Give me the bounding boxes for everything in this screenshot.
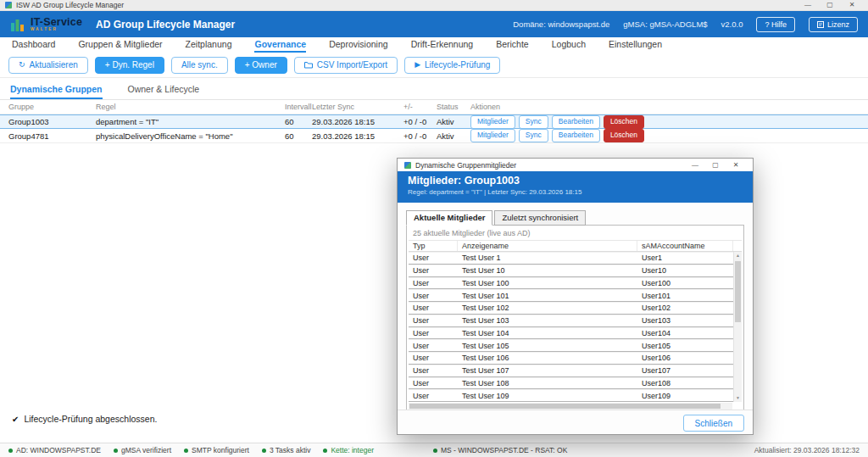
- add-owner-button[interactable]: + Owner: [235, 57, 287, 74]
- close-icon[interactable]: ✕: [841, 0, 863, 10]
- status-item: 3 Tasks aktiv: [262, 446, 311, 454]
- refresh-icon: ↻: [19, 61, 25, 69]
- member-display-name: Test User 100: [458, 279, 637, 287]
- member-column-header: Typ: [409, 241, 458, 251]
- nav-tab[interactable]: Zeitplanung: [186, 37, 232, 53]
- member-row[interactable]: User Test User 107 User107: [409, 365, 733, 377]
- status-item: SMTP konfiguriert: [184, 446, 249, 454]
- nav-tab[interactable]: Logbuch: [552, 37, 586, 53]
- group-last-sync: 29.03.2026 18:15: [312, 131, 403, 141]
- nav-tab[interactable]: Berichte: [496, 37, 529, 53]
- edit-button[interactable]: Bearbeiten: [552, 115, 600, 129]
- members-button[interactable]: Mitglieder: [470, 129, 515, 142]
- refresh-button[interactable]: ↻Aktualisieren: [8, 57, 88, 74]
- add-dyn-rule-button[interactable]: + Dyn. Regel: [95, 57, 164, 74]
- csv-import-export-button[interactable]: CSV Import/Export: [294, 57, 398, 74]
- group-interval: 60: [285, 131, 312, 141]
- help-button[interactable]: ? Hilfe: [756, 17, 795, 32]
- group-name: Group4781: [8, 131, 96, 141]
- sub-tab[interactable]: Owner & Lifecycle: [128, 84, 200, 99]
- member-row[interactable]: User Test User 108 User108: [409, 377, 733, 390]
- member-display-name: Test User 109: [458, 392, 637, 400]
- scroll-up-icon[interactable]: ▲: [734, 252, 742, 259]
- dialog-close-icon[interactable]: ✕: [726, 160, 746, 170]
- nav-tab[interactable]: Dashboard: [12, 37, 55, 53]
- member-row[interactable]: User Test User 101 User101: [409, 289, 733, 302]
- nav-tab[interactable]: Drift-Erkennung: [411, 37, 474, 53]
- status-item: Kette: integer: [323, 446, 374, 454]
- logo-icon: [10, 17, 25, 32]
- maximize-icon[interactable]: ▢: [819, 0, 841, 10]
- member-row[interactable]: User Test User 104 User104: [409, 327, 733, 340]
- column-header: Regel: [96, 103, 285, 111]
- member-sam-account: User100: [637, 279, 733, 287]
- dialog-maximize-icon[interactable]: ▢: [705, 160, 726, 170]
- lifecycle-check-button[interactable]: ▶Lifecycle-Prüfung: [404, 57, 500, 74]
- table-row[interactable]: Group1003 department = "IT" 60 29.03.202…: [0, 114, 868, 129]
- member-list-header: TypAnzeigenamesAMAccountName: [409, 240, 742, 252]
- dialog-titlebar: Dynamische Gruppenmitglieder — ▢ ✕: [398, 159, 753, 171]
- nav-tab[interactable]: Governance: [254, 37, 306, 53]
- dialog-minimize-icon[interactable]: —: [685, 160, 705, 170]
- gmsa-label: gMSA: gMSA-ADGLM$: [623, 20, 707, 29]
- nav-tab[interactable]: Gruppen & Mitglieder: [78, 37, 162, 53]
- member-row[interactable]: User Test User 1 User1: [409, 252, 733, 265]
- vertical-scrollbar[interactable]: ▲ ▼: [733, 252, 742, 402]
- status-dot-icon: [114, 449, 118, 453]
- page-title: AD Group Lifecycle Manager: [96, 19, 235, 31]
- group-rule: physicalDeliveryOfficeName = "Home": [96, 131, 285, 141]
- group-delta: +0 / -0: [403, 131, 437, 141]
- member-row[interactable]: User Test User 102 User102: [409, 302, 733, 315]
- table-header: GruppeRegelIntervallLetzter Sync+/-Statu…: [0, 100, 868, 114]
- sync-button[interactable]: Sync: [519, 129, 548, 142]
- member-list: TypAnzeigenamesAMAccountName User Test U…: [409, 240, 742, 403]
- member-display-name: Test User 101: [458, 292, 637, 300]
- member-sam-account: User108: [637, 379, 733, 387]
- table-row[interactable]: Group4781 physicalDeliveryOfficeName = "…: [0, 129, 868, 143]
- sync-button[interactable]: Sync: [519, 115, 548, 129]
- member-sam-account: User109: [637, 392, 733, 400]
- sub-tab[interactable]: Dynamische Gruppen: [10, 84, 103, 99]
- dialog-tab[interactable]: Aktuelle Mitglieder: [406, 210, 492, 226]
- dialog-subtitle: Regel: department = "IT" | Letzter Sync:…: [408, 188, 743, 196]
- horizontal-scrollbar[interactable]: [409, 403, 732, 410]
- member-row[interactable]: User Test User 100 User100: [409, 277, 733, 290]
- member-row[interactable]: User Test User 105 User105: [409, 339, 733, 352]
- member-row[interactable]: User Test User 106 User106: [409, 352, 733, 365]
- license-button[interactable]: Lizenz: [809, 17, 858, 32]
- member-sam-account: User105: [637, 342, 733, 350]
- delete-button[interactable]: Löschen: [604, 129, 644, 142]
- group-last-sync: 29.03.2026 18:15: [312, 117, 403, 126]
- edit-button[interactable]: Bearbeiten: [552, 129, 600, 142]
- scroll-down-icon[interactable]: ▼: [734, 394, 742, 402]
- window-titlebar: ISW AD Group Lifecycle Manager — ▢ ✕: [0, 0, 868, 11]
- column-header: Aktionen: [470, 103, 868, 111]
- group-rule: department = "IT": [96, 117, 285, 126]
- dialog-window-controls: — ▢ ✕: [685, 160, 746, 170]
- dialog-header: Mitglieder: Group1003 Regel: department …: [398, 171, 753, 203]
- member-type: User: [409, 379, 458, 387]
- member-type: User: [409, 392, 458, 400]
- scrollbar-thumb[interactable]: [735, 261, 741, 322]
- minimize-icon[interactable]: —: [797, 0, 819, 10]
- member-row[interactable]: User Test User 103 User103: [409, 315, 733, 327]
- nav-tab[interactable]: Einstellungen: [609, 37, 662, 53]
- license-icon: [817, 21, 824, 28]
- member-row[interactable]: User Test User 109 User109: [409, 389, 733, 402]
- member-sam-account: User107: [637, 366, 733, 375]
- dialog-tab[interactable]: Zuletzt synchronisiert: [494, 210, 586, 226]
- toolbar: ↻Aktualisieren + Dyn. Regel Alle sync. +…: [0, 53, 868, 78]
- row-actions: Mitglieder Sync Bearbeiten Löschen: [470, 129, 868, 142]
- members-button[interactable]: Mitglieder: [470, 115, 515, 129]
- horizontal-scrollbar-thumb[interactable]: [409, 404, 721, 409]
- member-sam-account: User104: [637, 329, 733, 337]
- member-row[interactable]: User Test User 10 User10: [409, 265, 733, 277]
- member-display-name: Test User 10: [458, 266, 637, 275]
- sync-all-button[interactable]: Alle sync.: [171, 57, 228, 74]
- nav-tab[interactable]: Deprovisioning: [329, 37, 387, 53]
- dialog-window-title: Dynamische Gruppenmitglieder: [415, 161, 516, 170]
- status-item: AD: WINDOWSPAPST.DE: [8, 446, 101, 454]
- status-message: ✔ Lifecycle-Prüfung abgeschlossen.: [12, 414, 157, 424]
- delete-button[interactable]: Löschen: [604, 115, 644, 129]
- close-dialog-button[interactable]: Schließen: [683, 415, 744, 432]
